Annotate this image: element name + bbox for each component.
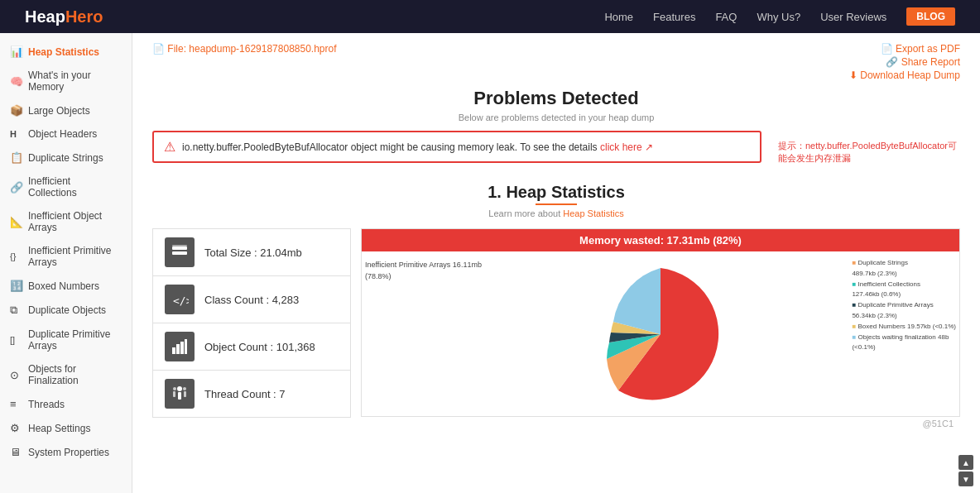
svg-point-8 — [177, 386, 182, 391]
sidebar-label-system-properties: System Properties — [28, 447, 109, 458]
action-links: 📄 Export as PDF 🔗 Share Report ⬇ Downloa… — [849, 43, 960, 81]
memory-icon: 🧠 — [10, 75, 23, 88]
objects-finalization-icon: ⊙ — [10, 369, 23, 381]
page-footer: @51C1 — [152, 417, 960, 430]
sidebar-item-heap-settings[interactable]: ⚙ Heap Settings — [0, 416, 132, 440]
file-label: 📄 File: heapdump-1629187808850.hprof — [152, 43, 337, 55]
stat-cards: Total Size : 21.04mb </> Class Count : 4… — [152, 228, 351, 417]
inefficient-primitive-arrays-icon: {} — [10, 251, 23, 261]
stats-chart-row: Total Size : 21.04mb </> Class Count : 4… — [152, 228, 960, 417]
nav-features[interactable]: Features — [653, 11, 695, 23]
sidebar-item-duplicate-strings[interactable]: 📋 Duplicate Strings — [0, 146, 132, 170]
svg-rect-0 — [172, 247, 187, 250]
logo-hero: Hero — [65, 7, 103, 26]
sidebar-label-duplicate-strings: Duplicate Strings — [28, 152, 103, 164]
object-count-label: Object Count : 101,368 — [204, 341, 315, 353]
sidebar-item-inefficient-primitive-arrays[interactable]: {} Inefficient Primitive Arrays — [0, 239, 132, 274]
footer-text: @51C1 — [923, 419, 954, 428]
chart-body: Inefficient Primitive Arrays 16.11mb(78.… — [362, 251, 959, 416]
total-size-icon — [165, 237, 195, 267]
sidebar-item-memory[interactable]: 🧠 What's in your Memory — [0, 64, 132, 98]
scroll-up-arrow[interactable]: ▲ — [958, 455, 973, 470]
object-headers-icon: H — [10, 129, 23, 139]
sidebar-label-memory: What's in your Memory — [28, 69, 122, 93]
sidebar-label-duplicate-objects: Duplicate Objects — [28, 304, 106, 316]
svg-text:</>: </> — [173, 294, 189, 307]
sidebar-item-inefficient-object-arrays[interactable]: 📐 Inefficient Object Arrays — [0, 204, 132, 239]
thread-count-icon — [165, 379, 195, 409]
sidebar: 📊 Heap Statistics 🧠 What's in your Memor… — [0, 33, 132, 493]
object-count-card: Object Count : 101,368 — [152, 323, 351, 371]
system-properties-icon: 🖥 — [10, 446, 23, 458]
thread-count-card: Thread Count : 7 — [152, 370, 351, 418]
main-content: 📄 File: heapdump-1629187808850.hprof 📄 E… — [132, 33, 980, 493]
share-report-link[interactable]: 🔗 Share Report — [886, 56, 960, 68]
sidebar-label-heap-statistics: Heap Statistics — [28, 46, 99, 58]
heap-stats-title: 1. Heap Statistics — [152, 183, 960, 202]
sidebar-item-system-properties[interactable]: 🖥 System Properties — [0, 440, 132, 464]
svg-rect-12 — [173, 391, 175, 397]
sidebar-item-large-objects[interactable]: 📦 Large Objects — [0, 98, 132, 122]
nav-home[interactable]: Home — [604, 11, 633, 23]
export-pdf-icon: 📄 — [881, 43, 896, 55]
total-size-card: Total Size : 21.04mb — [152, 228, 351, 276]
inefficient-object-arrays-icon: 📐 — [10, 216, 23, 228]
export-pdf-link[interactable]: 📄 Export as PDF — [881, 43, 960, 55]
sidebar-item-object-headers[interactable]: H Object Headers — [0, 122, 132, 146]
svg-rect-4 — [172, 347, 175, 354]
problems-title: Problems Detected — [152, 88, 960, 109]
share-icon: 🔗 — [886, 56, 901, 68]
alert-click-here[interactable]: click here ↗ — [600, 141, 653, 153]
nav-faq[interactable]: FAQ — [715, 11, 737, 23]
sidebar-label-threads: Threads — [28, 399, 65, 410]
nav-links: Home Features FAQ Why Us? User Reviews B… — [604, 7, 955, 26]
pie-legend: ■ Duplicate Strings 489.7kb (2.3%) ■ Ine… — [852, 258, 956, 353]
warning-icon: ⚠ — [164, 139, 175, 155]
sidebar-item-objects-finalization[interactable]: ⊙ Objects for Finalization — [0, 357, 132, 392]
problems-section: Problems Detected Below are problems det… — [152, 88, 960, 173]
sidebar-item-threads[interactable]: ≡ Threads — [0, 392, 132, 416]
download-heap-link[interactable]: ⬇ Download Heap Dump — [849, 69, 960, 81]
svg-point-9 — [173, 387, 176, 390]
thread-count-label: Thread Count : 7 — [204, 388, 286, 400]
filename: heapdump-1629187808850.hprof — [189, 43, 336, 55]
heap-statistics-section: 1. Heap Statistics Learn more about Heap… — [152, 183, 960, 417]
class-count-card: </> Class Count : 4,283 — [152, 275, 351, 323]
sidebar-label-inefficient-primitive-arrays: Inefficient Primitive Arrays — [28, 245, 122, 268]
sidebar-item-heap-statistics[interactable]: 📊 Heap Statistics — [0, 40, 132, 64]
sidebar-item-boxed-numbers[interactable]: 🔢 Boxed Numbers — [0, 274, 132, 298]
sidebar-label-duplicate-primitive-arrays: Duplicate Primitive Arrays — [28, 328, 122, 352]
top-nav: HeapHero Home Features FAQ Why Us? User … — [0, 0, 980, 33]
boxed-numbers-icon: 🔢 — [10, 280, 23, 292]
sidebar-label-heap-settings: Heap Settings — [28, 423, 90, 434]
sidebar-item-inefficient-collections[interactable]: 🔗 Inefficient Collections — [0, 170, 132, 204]
class-count-icon: </> — [165, 285, 195, 314]
alert-box: ⚠ io.netty.buffer.PooledByteBufAllocator… — [152, 131, 761, 163]
svg-rect-2 — [172, 245, 187, 247]
nav-why-us[interactable]: Why Us? — [757, 11, 800, 23]
logo: HeapHero — [25, 7, 103, 26]
svg-point-10 — [183, 387, 186, 390]
sidebar-item-duplicate-primitive-arrays[interactable]: [] Duplicate Primitive Arrays — [0, 323, 132, 357]
large-objects-icon: 📦 — [10, 104, 23, 117]
nav-user-reviews[interactable]: User Reviews — [820, 11, 886, 23]
duplicate-strings-icon: 📋 — [10, 151, 23, 164]
chart-header: Memory wasted: 17.31mb (82%) — [362, 229, 959, 251]
blog-button[interactable]: BLOG — [906, 7, 955, 26]
scroll-down-arrow[interactable]: ▼ — [958, 471, 973, 486]
sidebar-label-inefficient-collections: Inefficient Collections — [28, 175, 122, 199]
heap-stats-link[interactable]: Heap Statistics — [563, 208, 623, 218]
hint-text: 提示：netty.buffer.PooledByteBufAllocator可能… — [778, 140, 960, 165]
inefficient-collections-icon: 🔗 — [10, 181, 23, 194]
scroll-arrows: ▲ ▼ — [958, 455, 973, 486]
heap-statistics-icon: 📊 — [10, 45, 23, 58]
download-icon: ⬇ — [849, 69, 860, 81]
svg-rect-1 — [172, 251, 187, 255]
object-count-icon — [165, 332, 195, 361]
svg-rect-7 — [185, 339, 187, 354]
logo-heap: Heap — [25, 7, 65, 26]
class-count-label: Class Count : 4,283 — [204, 294, 299, 306]
threads-icon: ≡ — [10, 398, 23, 410]
sidebar-item-duplicate-objects[interactable]: ⧉ Duplicate Objects — [0, 298, 132, 323]
svg-rect-6 — [180, 342, 184, 354]
